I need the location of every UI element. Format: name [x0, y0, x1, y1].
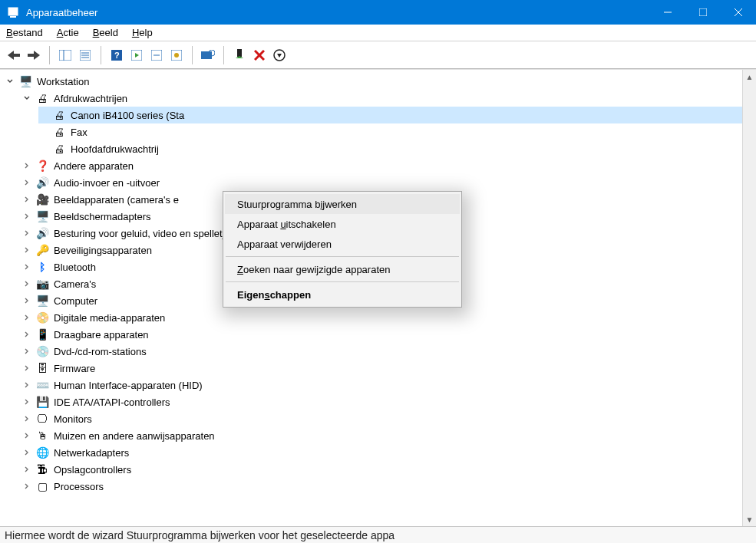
update-driver-button[interactable] [270, 46, 289, 64]
expand-icon[interactable] [21, 295, 32, 306]
tree-item-label: Afdrukwachtrijen [52, 93, 129, 104]
expand-icon[interactable] [21, 430, 32, 441]
action-button-3[interactable] [167, 46, 186, 64]
tree-category[interactable]: 📱Draagbare apparaten [21, 326, 742, 343]
menubar: Bestand Actie Beeld Help [0, 25, 756, 41]
tree-item-label: Hoofdafdrukwachtrij [69, 143, 160, 155]
scroll-up-button[interactable]: ▲ [743, 70, 756, 84]
tree-category[interactable]: 💾IDE ATA/ATAPI-controllers [21, 393, 742, 410]
monitor-icon: 🖵 [35, 412, 49, 426]
menu-help[interactable]: Help [132, 27, 153, 38]
toolbar-separator [192, 46, 193, 64]
properties-button[interactable] [76, 46, 94, 64]
storage-icon: 🗜 [35, 462, 49, 476]
expand-icon[interactable] [21, 194, 32, 205]
printqueue-icon: 🖨 [35, 91, 49, 105]
expand-icon[interactable] [21, 262, 32, 272]
tree-category[interactable]: 📀Digitale media-apparaten [21, 309, 742, 326]
enable-device-button[interactable] [230, 46, 249, 64]
expand-icon[interactable] [21, 245, 32, 255]
context-menu-item[interactable]: Stuurprogramma bijwerken [225, 194, 460, 214]
titlebar: Apparaatbeheer [0, 0, 756, 25]
tree-item-label: Opslagcontrollers [52, 464, 133, 476]
tree-category[interactable]: 🖵Monitors [21, 410, 742, 427]
tree-item-label: Digitale media-apparaten [52, 312, 167, 324]
forward-button[interactable] [25, 46, 43, 64]
context-menu-item-label: Eigenschappen [237, 289, 311, 301]
scroll-down-button[interactable]: ▼ [743, 512, 756, 526]
device-tree[interactable]: 🖥️Workstation🖨Afdrukwachtrijen🖨Canon iB4… [0, 70, 742, 526]
action-button-1[interactable] [127, 46, 146, 64]
tree-category-printqueues[interactable]: 🖨Afdrukwachtrijen [21, 90, 742, 107]
tree-item-label: Dvd-/cd-rom-stations [52, 346, 148, 357]
expand-icon[interactable] [21, 447, 32, 458]
toolbar-separator [223, 46, 224, 64]
tree-category[interactable]: 🖱Muizen en andere aanwijsapparaten [21, 427, 742, 444]
expand-icon[interactable] [21, 397, 32, 407]
tree-category[interactable]: 💿Dvd-/cd-rom-stations [21, 343, 742, 360]
tree-device-printer[interactable]: 🖨Canon iB4100 series (Sta [38, 107, 742, 123]
tree-item-label: Human Interface-apparaten (HID) [52, 380, 204, 391]
tree-category[interactable]: ❓Andere apparaten [21, 157, 742, 174]
menu-view[interactable]: Beeld [93, 27, 118, 38]
svg-text:?: ? [114, 51, 120, 60]
tree-device-printer[interactable]: 🖨Fax [38, 123, 742, 140]
tree-item-label: Fax [69, 127, 89, 138]
expand-icon[interactable] [21, 312, 32, 323]
tree-category[interactable]: 🌐Netwerkadapters [21, 444, 742, 461]
expand-icon[interactable] [21, 413, 32, 424]
network-icon: 🌐 [35, 446, 49, 459]
show-hide-tree-button[interactable] [56, 46, 74, 64]
collapse-icon[interactable] [21, 93, 32, 104]
expand-icon[interactable] [21, 346, 32, 357]
close-button[interactable] [721, 0, 756, 25]
uninstall-device-button[interactable] [250, 46, 269, 64]
tree-category[interactable]: 🗄Firmware [21, 360, 742, 377]
action-button-2[interactable] [147, 46, 166, 64]
expand-icon[interactable] [21, 177, 32, 188]
vertical-scrollbar[interactable]: ▲ ▼ [742, 70, 756, 526]
expand-icon[interactable] [21, 228, 32, 239]
svg-marker-31 [277, 54, 282, 58]
expand-icon[interactable] [21, 464, 32, 475]
help-button[interactable]: ? [107, 46, 126, 64]
portable-icon: 📱 [35, 327, 49, 341]
svg-rect-10 [59, 50, 71, 61]
scroll-track[interactable] [743, 84, 756, 512]
expand-icon[interactable] [21, 380, 32, 390]
tree-category[interactable]: ⌨️Human Interface-apparaten (HID) [21, 377, 742, 393]
context-menu-item[interactable]: Eigenschappen [225, 285, 460, 304]
context-menu-item[interactable]: Apparaat verwijderen [225, 234, 460, 254]
toolbar-separator [49, 46, 50, 64]
tree-root-workstation[interactable]: 🖥️Workstation [5, 73, 742, 90]
expand-icon[interactable] [21, 160, 32, 171]
expand-icon[interactable] [21, 211, 32, 222]
tree-category[interactable]: 🔊Audio-invoer en -uitvoer [21, 174, 742, 191]
tree-category[interactable]: ▢Processors [21, 478, 742, 495]
svg-marker-6 [8, 51, 14, 60]
minimize-button[interactable] [650, 0, 685, 25]
camera2-icon: 📷 [35, 277, 49, 291]
maximize-button[interactable] [685, 0, 721, 25]
expand-icon[interactable] [21, 278, 32, 289]
back-button[interactable] [5, 46, 23, 64]
tree-device-printer[interactable]: 🖨Hoofdafdrukwachtrij [38, 140, 742, 157]
menu-action[interactable]: Actie [57, 27, 79, 38]
tree-item-label: Beeldapparaten (camera's e [52, 194, 180, 206]
tree-item-label: Besturing voor geluid, video en spelletj… [52, 228, 236, 239]
expand-icon[interactable] [21, 481, 32, 492]
hid-icon: ⌨️ [35, 378, 49, 392]
context-menu-item-label: Apparaat uitschakelen [237, 219, 336, 230]
context-menu-item[interactable]: Zoeken naar gewijzigde apparaten [225, 259, 460, 279]
scan-hardware-button[interactable] [199, 46, 217, 64]
context-menu-item[interactable]: Apparaat uitschakelen [225, 214, 460, 234]
menu-file[interactable]: Bestand [6, 27, 43, 38]
expand-icon[interactable] [21, 363, 32, 374]
collapse-icon[interactable] [5, 76, 15, 87]
tree-item-label: Firmware [52, 363, 97, 374]
tree-category[interactable]: 🗜Opslagcontrollers [21, 461, 742, 478]
expand-icon[interactable] [21, 329, 32, 340]
svg-marker-19 [135, 53, 139, 58]
bluetooth-icon: ᛒ [35, 260, 49, 274]
tree-item-label: Canon iB4100 series (Sta [69, 110, 186, 121]
